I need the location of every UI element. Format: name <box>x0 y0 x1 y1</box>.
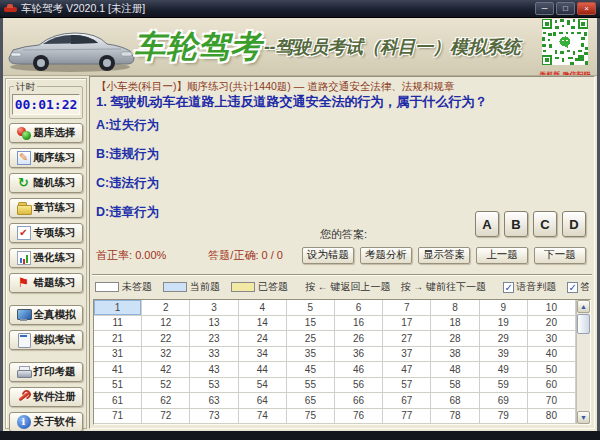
question-cell-36[interactable]: 36 <box>335 347 383 363</box>
question-cell-48[interactable]: 48 <box>431 362 479 378</box>
question-cell-68[interactable]: 68 <box>431 393 479 409</box>
question-cell-21[interactable]: 21 <box>94 331 142 347</box>
question-cell-52[interactable]: 52 <box>142 378 190 394</box>
sidebar-item-wrong-question-practice[interactable]: ⚑错题练习 <box>9 273 83 293</box>
question-cell-77[interactable]: 77 <box>383 409 431 425</box>
question-cell-24[interactable]: 24 <box>239 331 287 347</box>
question-cell-11[interactable]: 11 <box>94 316 142 332</box>
question-cell-23[interactable]: 23 <box>190 331 238 347</box>
question-cell-62[interactable]: 62 <box>142 393 190 409</box>
grid-scrollbar-thumb[interactable] <box>577 314 590 334</box>
question-cell-50[interactable]: 50 <box>528 362 576 378</box>
question-cell-6[interactable]: 6 <box>335 300 383 316</box>
question-cell-4[interactable]: 4 <box>239 300 287 316</box>
sidebar-item-chapter-practice[interactable]: 章节练习 <box>9 198 83 218</box>
question-cell-7[interactable]: 7 <box>383 300 431 316</box>
question-cell-8[interactable]: 8 <box>431 300 479 316</box>
question-cell-57[interactable]: 57 <box>383 378 431 394</box>
show-answer-button[interactable]: 显示答案 <box>418 247 470 264</box>
question-cell-16[interactable]: 16 <box>335 316 383 332</box>
question-cell-2[interactable]: 2 <box>142 300 190 316</box>
question-cell-20[interactable]: 20 <box>528 316 576 332</box>
question-cell-53[interactable]: 53 <box>190 378 238 394</box>
question-cell-66[interactable]: 66 <box>335 393 383 409</box>
question-cell-38[interactable]: 38 <box>431 347 479 363</box>
question-cell-69[interactable]: 69 <box>480 393 528 409</box>
question-cell-13[interactable]: 13 <box>190 316 238 332</box>
question-cell-51[interactable]: 51 <box>94 378 142 394</box>
question-cell-14[interactable]: 14 <box>239 316 287 332</box>
sidebar-item-print-questions[interactable]: 打印考题 <box>9 362 83 382</box>
sidebar-item-question-bank-select[interactable]: 题库选择 <box>9 123 83 143</box>
question-cell-42[interactable]: 42 <box>142 362 190 378</box>
question-cell-17[interactable]: 17 <box>383 316 431 332</box>
question-cell-1[interactable]: 1 <box>94 300 142 316</box>
question-cell-3[interactable]: 3 <box>190 300 238 316</box>
question-cell-25[interactable]: 25 <box>287 331 335 347</box>
question-cell-58[interactable]: 58 <box>431 378 479 394</box>
question-cell-41[interactable]: 41 <box>94 362 142 378</box>
question-cell-46[interactable]: 46 <box>335 362 383 378</box>
question-cell-35[interactable]: 35 <box>287 347 335 363</box>
checkbox-voice-judge[interactable]: ✓语音判题 <box>503 280 556 294</box>
question-cell-39[interactable]: 39 <box>480 347 528 363</box>
minimize-button[interactable]: ─ <box>535 2 554 15</box>
question-cell-12[interactable]: 12 <box>142 316 190 332</box>
question-cell-33[interactable]: 33 <box>190 347 238 363</box>
question-cell-73[interactable]: 73 <box>190 409 238 425</box>
question-cell-18[interactable]: 18 <box>431 316 479 332</box>
checkbox-icon[interactable]: ✓ <box>567 282 578 293</box>
scrollbar-up-icon[interactable]: ▲ <box>577 300 590 313</box>
question-cell-26[interactable]: 26 <box>335 331 383 347</box>
question-cell-45[interactable]: 45 <box>287 362 335 378</box>
question-cell-10[interactable]: 10 <box>528 300 576 316</box>
question-cell-72[interactable]: 72 <box>142 409 190 425</box>
answer-button-a[interactable]: A <box>475 211 499 237</box>
question-cell-31[interactable]: 31 <box>94 347 142 363</box>
sidebar-item-about-software[interactable]: i关于软件 <box>9 412 83 432</box>
question-cell-40[interactable]: 40 <box>528 347 576 363</box>
sidebar-item-random-practice[interactable]: ↻随机练习 <box>9 173 83 193</box>
question-cell-71[interactable]: 71 <box>94 409 142 425</box>
set-wrong-question-button[interactable]: 设为错题 <box>302 247 354 264</box>
previous-question-button[interactable]: 上一题 <box>476 247 528 264</box>
answer-button-c[interactable]: C <box>533 211 557 237</box>
question-cell-44[interactable]: 44 <box>239 362 287 378</box>
question-cell-15[interactable]: 15 <box>287 316 335 332</box>
checkbox-icon[interactable]: ✓ <box>503 282 514 293</box>
question-cell-54[interactable]: 54 <box>239 378 287 394</box>
sidebar-item-software-register[interactable]: 软件注册 <box>9 387 83 407</box>
question-cell-19[interactable]: 19 <box>480 316 528 332</box>
question-cell-49[interactable]: 49 <box>480 362 528 378</box>
sidebar-item-mock-exam[interactable]: 模拟考试 <box>9 330 83 350</box>
maximize-button[interactable]: □ <box>556 2 575 15</box>
sidebar-item-sequential-practice[interactable]: ✎顺序练习 <box>9 148 83 168</box>
question-cell-29[interactable]: 29 <box>480 331 528 347</box>
next-question-button[interactable]: 下一题 <box>534 247 586 264</box>
question-cell-70[interactable]: 70 <box>528 393 576 409</box>
question-cell-78[interactable]: 78 <box>431 409 479 425</box>
question-cell-32[interactable]: 32 <box>142 347 190 363</box>
question-cell-9[interactable]: 9 <box>480 300 528 316</box>
sidebar-item-intensive-practice[interactable]: 强化练习 <box>9 248 83 268</box>
question-cell-75[interactable]: 75 <box>287 409 335 425</box>
close-button[interactable]: × <box>577 2 596 15</box>
checkbox-show-correct-on-wrong[interactable]: ✓答错显示正确答案 <box>567 280 589 294</box>
question-cell-76[interactable]: 76 <box>335 409 383 425</box>
scrollbar-down-icon[interactable]: ▼ <box>577 411 590 424</box>
question-cell-43[interactable]: 43 <box>190 362 238 378</box>
answer-button-b[interactable]: B <box>504 211 528 237</box>
question-cell-80[interactable]: 80 <box>528 409 576 425</box>
question-analysis-button[interactable]: 考题分析 <box>360 247 412 264</box>
question-cell-5[interactable]: 5 <box>287 300 335 316</box>
question-cell-28[interactable]: 28 <box>431 331 479 347</box>
answer-button-d[interactable]: D <box>562 211 586 237</box>
question-cell-34[interactable]: 34 <box>239 347 287 363</box>
question-cell-27[interactable]: 27 <box>383 331 431 347</box>
question-cell-47[interactable]: 47 <box>383 362 431 378</box>
question-cell-74[interactable]: 74 <box>239 409 287 425</box>
question-cell-61[interactable]: 61 <box>94 393 142 409</box>
question-cell-37[interactable]: 37 <box>383 347 431 363</box>
grid-scrollbar[interactable]: ▲ ▼ <box>576 300 590 424</box>
question-cell-56[interactable]: 56 <box>335 378 383 394</box>
